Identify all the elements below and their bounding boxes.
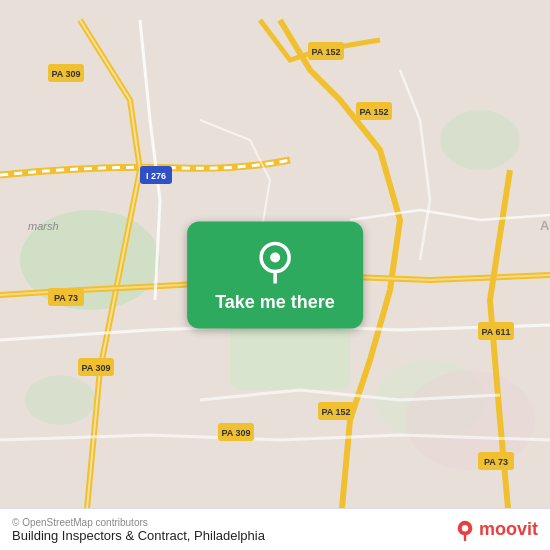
svg-text:PA 73: PA 73: [54, 293, 78, 303]
svg-text:PA 309: PA 309: [81, 363, 110, 373]
svg-text:I 276: I 276: [146, 171, 166, 181]
svg-point-34: [462, 524, 468, 530]
take-me-there-button[interactable]: Take me there: [187, 222, 363, 329]
svg-point-4: [440, 110, 520, 170]
copyright-text: © OpenStreetMap contributors: [12, 517, 265, 528]
location-pin-icon: [253, 240, 297, 284]
svg-text:PA 152: PA 152: [359, 107, 388, 117]
svg-text:A: A: [540, 218, 550, 233]
moovit-text: moovit: [479, 519, 538, 540]
svg-text:PA 152: PA 152: [321, 407, 350, 417]
moovit-logo: moovit: [454, 519, 538, 541]
map-container: PA 309 PA 152 PA 152 I 276 PA 73 PA 309 …: [0, 0, 550, 550]
bottom-bar: © OpenStreetMap contributors Building In…: [0, 508, 550, 550]
svg-point-6: [405, 370, 535, 470]
svg-text:PA 611: PA 611: [481, 327, 510, 337]
cta-label: Take me there: [215, 292, 335, 313]
svg-point-5: [25, 375, 95, 425]
svg-text:PA 73: PA 73: [484, 457, 508, 467]
svg-point-32: [270, 253, 280, 263]
location-text: Building Inspectors & Contract, Philadel…: [12, 528, 265, 543]
svg-text:PA 309: PA 309: [221, 428, 250, 438]
svg-text:PA 309: PA 309: [51, 69, 80, 79]
bottom-left-info: © OpenStreetMap contributors Building In…: [12, 517, 265, 543]
svg-text:PA 152: PA 152: [311, 47, 340, 57]
svg-text:marsh: marsh: [28, 220, 59, 232]
moovit-logo-icon: [454, 519, 476, 541]
